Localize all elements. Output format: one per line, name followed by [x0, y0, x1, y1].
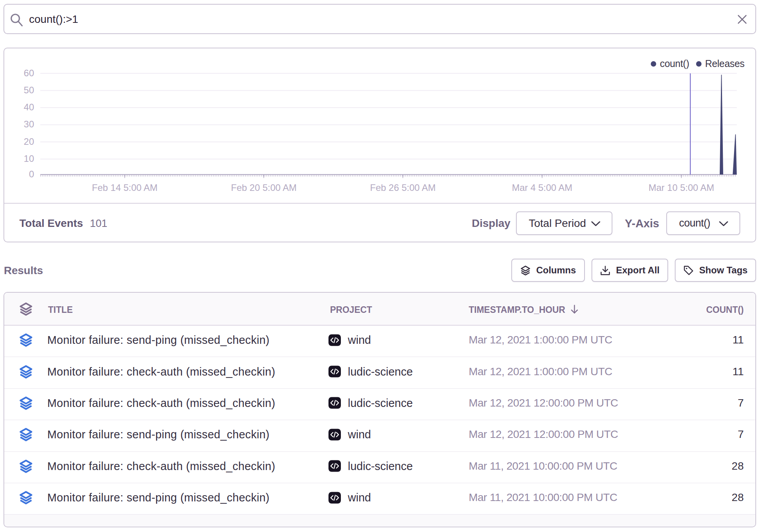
svg-text:Feb 26 5:00 AM: Feb 26 5:00 AM	[370, 182, 435, 193]
svg-text:10: 10	[24, 153, 34, 164]
svg-text:20: 20	[24, 136, 34, 147]
svg-text:Feb 14 5:00 AM: Feb 14 5:00 AM	[92, 182, 157, 193]
svg-text:30: 30	[24, 119, 34, 129]
svg-text:60: 60	[24, 68, 34, 78]
svg-text:0: 0	[29, 169, 34, 179]
svg-text:Mar 4 5:00 AM: Mar 4 5:00 AM	[512, 182, 572, 193]
svg-text:Mar 10 5:00 AM: Mar 10 5:00 AM	[648, 182, 714, 193]
svg-text:50: 50	[24, 85, 34, 95]
svg-text:Feb 20 5:00 AM: Feb 20 5:00 AM	[231, 182, 296, 193]
svg-text:40: 40	[24, 102, 34, 112]
